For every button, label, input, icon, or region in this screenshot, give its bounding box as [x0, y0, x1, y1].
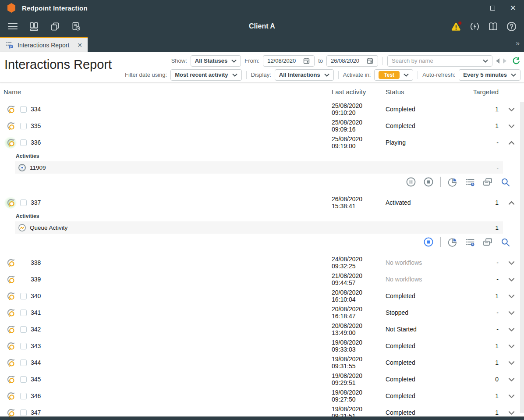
row-checkbox[interactable]	[20, 139, 27, 146]
last-activity-value: 19/08/2020 09:29:51	[332, 372, 386, 386]
chevron-down-icon[interactable]	[507, 359, 516, 367]
table-row[interactable]: 336 25/08/2020 09:19:00 Playing -	[0, 134, 524, 151]
chevron-down-icon[interactable]	[507, 309, 516, 317]
table-row[interactable]: 344 19/08/2020 09:31:55 Completed 1	[0, 354, 524, 371]
display-select[interactable]: All Interactions	[275, 69, 334, 81]
row-checkbox[interactable]	[20, 123, 27, 129]
table-row[interactable]: 346 19/08/2020 09:27:50 Completed 1	[0, 388, 524, 404]
board-icon[interactable]	[28, 21, 39, 32]
document-clock-icon[interactable]	[70, 21, 81, 32]
table-row[interactable]: 337 26/08/2020 15:38:41 Activated 1	[0, 194, 524, 211]
menu-icon[interactable]	[7, 21, 18, 32]
table-row[interactable]: 335 25/08/2020 09:09:16 Completed 1	[0, 117, 524, 134]
row-checkbox[interactable]	[20, 343, 27, 349]
cards-button[interactable]	[482, 176, 493, 188]
chevron-down-icon[interactable]	[507, 292, 516, 300]
maximize-button[interactable]	[490, 6, 495, 11]
sync-icon[interactable]	[469, 21, 480, 32]
minimize-button[interactable]: –	[471, 5, 475, 11]
workflow-list-button[interactable]	[464, 176, 476, 188]
copy-pages-icon[interactable]	[49, 21, 60, 32]
last-activity-value: 20/08/2020 13:49:00	[332, 322, 386, 336]
tab-bar: Interactions Report ✕ »	[0, 37, 524, 52]
stop-button[interactable]	[423, 176, 434, 188]
status-filter-select[interactable]: All Statuses	[191, 55, 241, 67]
pie-chart-button[interactable]	[447, 176, 458, 188]
activity-row[interactable]: 11909-	[15, 161, 503, 174]
filter-date-select[interactable]: Most recent activity	[170, 69, 241, 81]
close-button[interactable]: ✕	[510, 4, 516, 12]
table-row[interactable]: 339 21/08/2020 09:44:57 No workflows -	[0, 271, 524, 288]
tab-interactions-report[interactable]: Interactions Report ✕	[0, 37, 88, 52]
vertical-scrollbar[interactable]	[520, 102, 524, 413]
chevron-up-icon[interactable]	[507, 139, 516, 147]
table-row[interactable]: 342 20/08/2020 13:49:00 Not Started -	[0, 321, 524, 338]
chevron-up-icon[interactable]	[507, 199, 516, 207]
tab-overflow-icon[interactable]: »	[516, 39, 519, 47]
row-checkbox[interactable]	[20, 393, 27, 399]
chevron-down-icon[interactable]	[507, 122, 516, 130]
chevron-down-icon[interactable]	[507, 392, 516, 400]
activate-in-select[interactable]: Test	[374, 69, 413, 81]
window-bottom-edge	[0, 416, 524, 420]
row-checkbox[interactable]	[20, 359, 27, 366]
chevron-down-icon[interactable]	[507, 275, 516, 284]
calendar-icon[interactable]	[303, 57, 310, 64]
row-checkbox[interactable]	[20, 326, 27, 333]
workflow-list-button[interactable]	[464, 236, 476, 248]
table-row[interactable]: 341 20/08/2020 16:18:47 Stopped -	[0, 304, 524, 321]
targeted-value: 1	[456, 292, 499, 299]
from-date-input[interactable]: 12/08/2020	[263, 55, 315, 67]
last-activity-value: 24/08/2020 09:32:25	[332, 256, 386, 270]
table-row[interactable]: 340 20/08/2020 16:10:04 Completed 1	[0, 288, 524, 304]
pie-chart-button[interactable]	[447, 236, 458, 248]
chevron-down-icon[interactable]	[507, 375, 516, 384]
chevron-down-icon[interactable]	[507, 325, 516, 334]
column-header-name[interactable]: Name	[0, 88, 332, 96]
chevron-down-icon[interactable]	[507, 409, 516, 417]
interaction-icon	[6, 358, 15, 367]
row-checkbox[interactable]	[20, 310, 27, 316]
auto-refresh-select[interactable]: Every 5 minutes	[459, 69, 520, 81]
book-icon[interactable]	[487, 21, 499, 32]
table-row[interactable]: 343 19/08/2020 09:33:03 Completed 1	[0, 338, 524, 354]
help-icon[interactable]	[506, 21, 517, 32]
pause-button[interactable]	[405, 176, 417, 188]
row-checkbox[interactable]	[20, 293, 27, 299]
row-checkbox[interactable]	[20, 199, 27, 206]
main-toolbar: Client A	[0, 16, 524, 37]
search-button[interactable]	[499, 176, 511, 188]
table-row[interactable]: 345 19/08/2020 09:29:51 Completed 0	[0, 371, 524, 388]
interaction-icon	[6, 104, 15, 114]
column-header-last-activity[interactable]: Last activity	[332, 88, 386, 96]
calendar-icon[interactable]	[366, 57, 374, 64]
table-row[interactable]: 338 24/08/2020 09:32:25 No workflows -	[0, 254, 524, 271]
previous-page-icon[interactable]	[496, 58, 499, 64]
warning-icon[interactable]	[450, 21, 462, 32]
tab-close-icon[interactable]: ✕	[76, 42, 83, 49]
interactions-report-tab-icon	[5, 41, 14, 49]
chevron-down-icon	[231, 59, 237, 63]
action-divider	[440, 177, 441, 187]
column-header-targeted[interactable]: Targeted	[456, 88, 499, 96]
auto-refresh-label: Auto-refresh:	[422, 71, 455, 78]
table-row[interactable]: 334 25/08/2020 09:10:20 Completed 1	[0, 101, 524, 117]
chevron-down-icon[interactable]	[483, 59, 488, 63]
to-date-input[interactable]: 26/08/2020	[326, 55, 378, 67]
activity-row[interactable]: Queue Activity1	[15, 221, 503, 234]
row-checkbox[interactable]	[20, 106, 27, 113]
cards-button[interactable]	[482, 236, 493, 248]
table-body: 334 25/08/2020 09:10:20 Completed 1 335 …	[0, 101, 524, 420]
search-input[interactable]: Search by name	[387, 55, 492, 67]
targeted-value: -	[456, 326, 499, 333]
column-header-status[interactable]: Status	[386, 88, 456, 96]
chevron-down-icon[interactable]	[507, 342, 516, 350]
chevron-down-icon[interactable]	[507, 259, 516, 267]
row-checkbox[interactable]	[20, 409, 27, 416]
refresh-icon[interactable]	[512, 57, 520, 65]
row-checkbox[interactable]	[20, 376, 27, 383]
chevron-down-icon[interactable]	[507, 105, 516, 114]
next-page-icon[interactable]	[503, 58, 506, 64]
search-button[interactable]	[499, 236, 511, 248]
stop-button[interactable]	[423, 236, 434, 248]
